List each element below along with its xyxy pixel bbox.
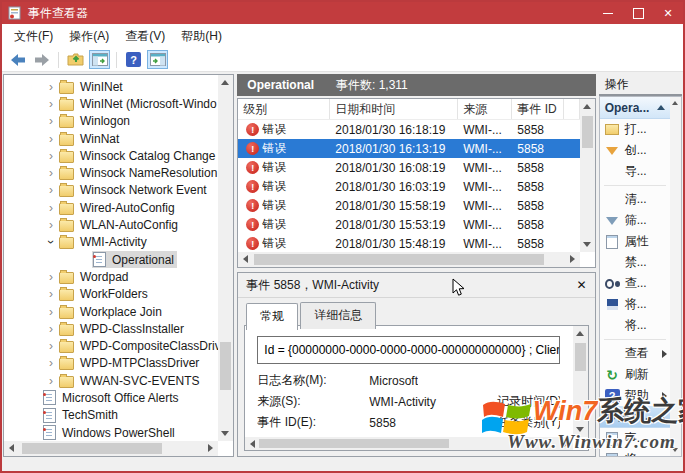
tree-item-body[interactable]: Wired-AutoConfig [58, 200, 178, 216]
scroll-right-icon[interactable] [208, 444, 213, 452]
tab-details[interactable]: 详细信息 [300, 302, 376, 329]
scrollbar-thumb[interactable] [254, 254, 544, 265]
export-icon[interactable] [65, 50, 86, 69]
console-tree-icon[interactable] [89, 50, 110, 69]
tree-item-body[interactable]: Workplace Join [58, 304, 165, 320]
menu-file[interactable]: 文件(F) [6, 24, 61, 49]
preview-vertical-scrollbar[interactable] [573, 326, 588, 437]
tree-item[interactable]: TechSmith [4, 407, 218, 424]
tree-item[interactable]: › Wordpad [4, 268, 218, 285]
tree-item[interactable]: › Wired-AutoConfig [4, 199, 218, 216]
tree-item-body[interactable]: Winsock Network Event [58, 182, 210, 198]
tree-expander-icon[interactable]: › [44, 356, 58, 370]
tree-item[interactable]: › WorkFolders [4, 286, 218, 303]
action-item[interactable]: 将... [600, 449, 670, 456]
tree-item-body[interactable]: Winsock NameResolution [58, 165, 218, 181]
tree-expander-icon[interactable]: › [44, 183, 58, 197]
event-row[interactable]: 错误 2018/01/30 16:03:19 WMI-... 5858 [238, 177, 579, 196]
event-row[interactable]: 错误 2018/01/30 15:48:19 WMI-... 5858 [238, 234, 579, 252]
scroll-up-icon[interactable] [672, 101, 678, 105]
tree-item[interactable]: › WinNat [4, 130, 218, 147]
action-item[interactable]: 事... [600, 428, 670, 449]
actions-vertical-scrollbar[interactable] [670, 97, 681, 456]
tree-expander-icon[interactable]: › [44, 114, 58, 128]
tree-item-body[interactable]: Winlogon [58, 113, 133, 129]
tree-item[interactable]: › Winsock Network Event [4, 182, 218, 199]
tree-expander-icon[interactable]: › [44, 235, 58, 249]
tree-item-body[interactable]: WPD-MTPClassDriver [58, 355, 202, 371]
action-item[interactable]: ? 帮助 [600, 385, 670, 406]
menu-help[interactable]: 帮助(H) [173, 24, 230, 49]
scroll-down-icon[interactable] [583, 242, 591, 247]
action-item[interactable]: 查... [600, 273, 670, 294]
list-horizontal-scrollbar[interactable] [238, 252, 579, 267]
tree-expander-icon[interactable]: › [44, 201, 58, 215]
menu-view[interactable]: 查看(V) [117, 24, 173, 49]
collapse-icon[interactable] [657, 105, 665, 110]
column-event-id[interactable]: 事件 ID [512, 99, 564, 119]
scroll-left-icon[interactable] [243, 255, 248, 263]
tree-item-body[interactable]: WPD-ClassInstaller [58, 321, 187, 337]
event-row[interactable]: 错误 2018/01/30 16:08:19 WMI-... 5858 [238, 158, 579, 177]
actions-section-header[interactable]: Opera... [600, 97, 670, 119]
tree-item-body[interactable]: WorkFolders [58, 286, 151, 302]
tree-item-body[interactable]: Wordpad [58, 269, 131, 285]
scroll-right-icon[interactable] [570, 255, 575, 263]
tree-item-body[interactable]: WLAN-AutoConfig [58, 217, 181, 233]
scrollbar-thumb[interactable] [575, 343, 586, 371]
action-item[interactable]: 属性 [600, 231, 670, 252]
action-item[interactable]: 将... [600, 315, 670, 336]
action-item[interactable]: 创... [600, 140, 670, 161]
tree-item-body[interactable]: WPD-CompositeClassDrive [58, 338, 218, 354]
tree-item-body[interactable]: Winsock Catalog Change [58, 148, 218, 164]
column-source[interactable]: 来源 [458, 99, 512, 119]
tree-expander-icon[interactable]: › [44, 322, 58, 336]
minimize-icon[interactable] [593, 2, 623, 24]
tree-item[interactable]: › Winsock Catalog Change [4, 147, 218, 164]
tab-general[interactable]: 常规 [246, 303, 298, 330]
tree-item-body[interactable]: Windows PowerShell [42, 424, 178, 441]
tree-item[interactable]: › WPD-CompositeClassDrive [4, 337, 218, 354]
tree-item[interactable]: › WinINet (Microsoft-Windo [4, 95, 218, 112]
action-item[interactable]: 将... [600, 294, 670, 315]
tree-item[interactable]: › Workplace Join [4, 303, 218, 320]
tree-expander-icon[interactable]: › [44, 80, 58, 94]
list-vertical-scrollbar[interactable] [580, 99, 595, 252]
scroll-down-icon[interactable] [576, 427, 584, 432]
tree-vertical-scrollbar[interactable] [218, 75, 233, 441]
scrollbar-thumb[interactable] [220, 342, 231, 390]
column-clipped[interactable] [564, 99, 579, 119]
tree-expander-icon[interactable]: › [44, 97, 58, 111]
tree-item-body[interactable]: Operational [92, 251, 177, 268]
tree-item-body[interactable]: WMI-Activity [58, 234, 150, 250]
action-item[interactable]: 筛... [600, 210, 670, 231]
tree-item[interactable]: Windows PowerShell [4, 424, 218, 441]
action-item[interactable]: 禁... [600, 252, 670, 273]
scrollbar-thumb[interactable] [582, 116, 593, 148]
tree-item-body[interactable]: WWAN-SVC-EVENTS [58, 373, 203, 389]
tree-horizontal-scrollbar[interactable] [4, 441, 218, 456]
tree-item[interactable]: › WPD-ClassInstaller [4, 320, 218, 337]
column-datetime[interactable]: 日期和时间 [330, 99, 458, 119]
event-row[interactable]: 错误 2018/01/30 16:18:19 WMI-... 5858 [238, 120, 579, 139]
close-icon[interactable]: ✕ [577, 278, 587, 292]
scroll-up-icon[interactable] [221, 80, 229, 85]
menu-action[interactable]: 操作(A) [61, 24, 117, 49]
forward-icon[interactable] [31, 50, 52, 69]
tree-expander-icon[interactable]: › [44, 218, 58, 232]
close-icon[interactable]: ✕ [653, 2, 683, 24]
action-item[interactable]: 打... [600, 119, 670, 140]
action-item[interactable]: ↻ 刷新 [600, 364, 670, 385]
action-item[interactable]: 清... [600, 189, 670, 210]
help-icon[interactable]: ? [123, 50, 144, 69]
tree-item[interactable]: › WLAN-AutoConfig [4, 216, 218, 233]
event-row[interactable]: 错误 2018/01/30 15:53:19 WMI-... 5858 [238, 215, 579, 234]
event-message[interactable]: Id = {00000000-0000-0000-0000-0000000000… [257, 336, 559, 364]
tree-item[interactable]: › WinINet [4, 78, 218, 95]
tree-item-body[interactable]: Microsoft Office Alerts [42, 389, 181, 406]
action-item[interactable]: 查看 [600, 343, 670, 364]
tree-expander-icon[interactable]: › [44, 132, 58, 146]
tree-expander-icon[interactable]: › [44, 339, 58, 353]
titlebar[interactable]: 事件查看器 ✕ [2, 2, 683, 24]
tree-item-body[interactable]: TechSmith [42, 407, 121, 424]
